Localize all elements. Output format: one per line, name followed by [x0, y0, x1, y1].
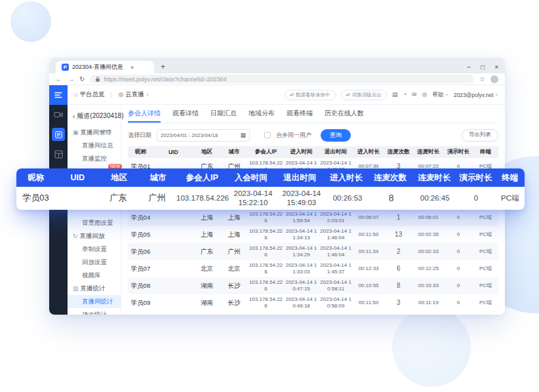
overlay-header-cell: 退出时间	[275, 172, 325, 184]
cell-region: 湖南	[193, 299, 221, 307]
sidebar-item[interactable]: 场次统计	[68, 308, 121, 315]
cell-mic-duration: 00:12:25	[413, 265, 444, 272]
sidebar-item[interactable]: ↻直播回放	[68, 229, 121, 243]
channel-sidebar: ‹ 频道(20230418) ▣直播间管理 直播间信息	[68, 105, 121, 315]
cell-terminal: PC端	[473, 265, 498, 272]
home-icon: ⌂	[74, 92, 77, 98]
cell-ip: 103.178.54.226	[248, 228, 284, 241]
cell-ip: 103.178.54.226	[248, 296, 284, 309]
layout-dashboard-icon[interactable]	[49, 144, 68, 164]
swap-icon: ⇄	[346, 92, 350, 98]
tab[interactable]: 参会人详情	[128, 105, 161, 123]
overlay-header-cell: 地区	[100, 172, 139, 184]
sidebar-item[interactable]: ▥直播统计	[68, 282, 121, 295]
sidebar-item[interactable]: 背景图设置	[68, 216, 121, 229]
cell-join-time: 2023-04-14 11:34:13	[284, 228, 319, 241]
url-text: https://meet.polyv.net/class?channelId=2…	[104, 76, 226, 83]
cell-join-time: 2023-04-14 11:33:03	[284, 262, 319, 275]
cell-terminal: PC端	[473, 231, 498, 238]
cloud-live-icon: ◎	[118, 92, 123, 98]
table-row: 学员04 上海 上海 103.178.54.226 2023-04-14 11:…	[128, 209, 498, 226]
forward-icon[interactable]: →	[68, 76, 74, 83]
cell-mic-count: 1	[384, 214, 413, 222]
account-menu[interactable]: 2023@polyv.net ∨	[454, 92, 498, 98]
cloud-live-menu[interactable]: ◎ 云直播 ∨	[118, 90, 149, 99]
mail-icon[interactable]: ✉	[412, 92, 417, 98]
cell-terminal: PC端	[473, 300, 498, 306]
overlay-present-duration: 0	[456, 194, 495, 203]
channel-list-icon[interactable]	[49, 125, 68, 144]
sidebar-item[interactable]: 直播监控	[68, 152, 121, 165]
cell-mic-duration: 00:06:01	[413, 214, 444, 221]
search-button[interactable]: 查询	[321, 129, 351, 142]
back-icon[interactable]: ←	[56, 76, 62, 83]
tab[interactable]: 地域分布	[249, 105, 275, 123]
table-header-cell: 终端	[473, 148, 498, 156]
tab[interactable]: 日期汇总	[210, 105, 237, 123]
export-list-button[interactable]: 导出列表	[462, 129, 498, 142]
cell-duration: 00:06:07	[353, 214, 384, 221]
bookmark-star-icon[interactable]: ☆	[479, 75, 485, 83]
channel-header[interactable]: ‹ 频道(20230418)	[68, 109, 121, 126]
switch-old-version-pill[interactable]: ⇄ 切换旧版后台	[341, 90, 387, 100]
cell-present-duration: 0	[444, 231, 473, 238]
apps-icon[interactable]: ◎	[422, 92, 427, 98]
profile-avatar[interactable]	[490, 75, 498, 83]
url-field[interactable]: https://meet.polyv.net/class?channelId=2…	[90, 75, 474, 83]
close-button[interactable]: ×	[494, 64, 498, 71]
magnified-row-overlay: 昵称UID地区城市参会人IP入会时间退出时间进入时长连麦次数连麦时长演示时长终端…	[16, 168, 525, 210]
sidebar-item[interactable]: 视频库	[68, 269, 121, 282]
tab[interactable]: 观看终端	[287, 105, 313, 123]
data-board-pill[interactable]: ⇄ 数据看板体验中	[285, 90, 336, 100]
chevron-down-icon: ∨	[496, 93, 498, 97]
tab[interactable]: 观看详情	[172, 105, 199, 123]
minimize-button[interactable]: −	[467, 64, 471, 71]
overlay-header-cell: UID	[56, 173, 100, 182]
live-camera-icon[interactable]	[49, 105, 68, 125]
platform-overview-link[interactable]: ⌂ 平台总览	[74, 90, 104, 99]
cell-nickname: 学员09	[128, 299, 153, 307]
help-menu[interactable]: 帮助 ∨	[432, 91, 448, 99]
merge-user-checkbox[interactable]	[264, 132, 271, 138]
cell-city: 北京	[220, 265, 248, 273]
cell-join-time: 2023-04-14 10:46:18	[284, 296, 319, 309]
menu-icon[interactable]	[49, 85, 68, 105]
overlay-header-cell: 参会人IP	[178, 172, 227, 184]
main-content: 参会人详情 观看详情 日期汇总 地域分布 观看终端 历史在线人数	[121, 105, 505, 315]
sidebar-item[interactable]: 直播间信息	[68, 139, 121, 152]
polyv-favicon-icon: P	[62, 64, 69, 71]
maximize-button[interactable]: □	[481, 64, 485, 71]
browser-tab[interactable]: P 202304-直播间信息 ×	[56, 61, 154, 73]
new-tab-button[interactable]: +	[161, 62, 165, 71]
table-row: 学员06 广东 广州 103.178.54.226 2023-04-14 11:…	[128, 243, 498, 260]
cell-region: 上海	[193, 231, 221, 239]
date-label: 选择日期	[128, 131, 151, 140]
cell-leave-time: 2023-04-14 12:03:01	[319, 211, 353, 224]
clock-icon[interactable]: ◔	[403, 92, 406, 98]
overlay-header-cell: 演示时长	[456, 172, 496, 184]
tab[interactable]: 历史在线人数	[325, 105, 364, 123]
divider	[111, 92, 111, 98]
schedule-icon[interactable]: ▤	[392, 92, 398, 98]
tab-close-icon[interactable]: ×	[130, 64, 134, 71]
section-icon: ▣	[73, 129, 79, 136]
sidebar-item[interactable]: ▣直播间管理	[68, 126, 121, 139]
swap-icon: ⇄	[290, 92, 294, 98]
cell-city: 长沙	[220, 282, 248, 290]
table-header-cell: 地区	[193, 148, 221, 156]
sidebar-item[interactable]: 回放设置	[68, 256, 121, 269]
merge-user-label: 合并同一用户	[276, 131, 311, 140]
reload-icon[interactable]: ↻	[79, 76, 85, 83]
table-header-cell: 参会人IP	[248, 148, 284, 156]
detail-tabs: 参会人详情 观看详情 日期汇总 地域分布 观看终端 历史在线人数	[128, 105, 498, 123]
overlay-city: 广州	[138, 193, 176, 203]
date-range-input[interactable]: 2023/04/01 - 2023/04/18 ▦	[157, 129, 250, 142]
table-row: 学员05 上海 上海 103.178.54.226 2023-04-14 11:…	[128, 226, 498, 243]
cell-ip: 103.178.54.226	[248, 262, 284, 275]
overlay-region: 广东	[99, 193, 138, 203]
chevron-down-icon: ∨	[146, 93, 149, 97]
cell-leave-time: 2023-04-14 10:58:11	[319, 279, 353, 292]
cell-city: 广州	[220, 248, 248, 256]
sidebar-item[interactable]: 录制设置	[68, 243, 121, 256]
sidebar-item[interactable]: 直播间统计	[68, 295, 121, 308]
